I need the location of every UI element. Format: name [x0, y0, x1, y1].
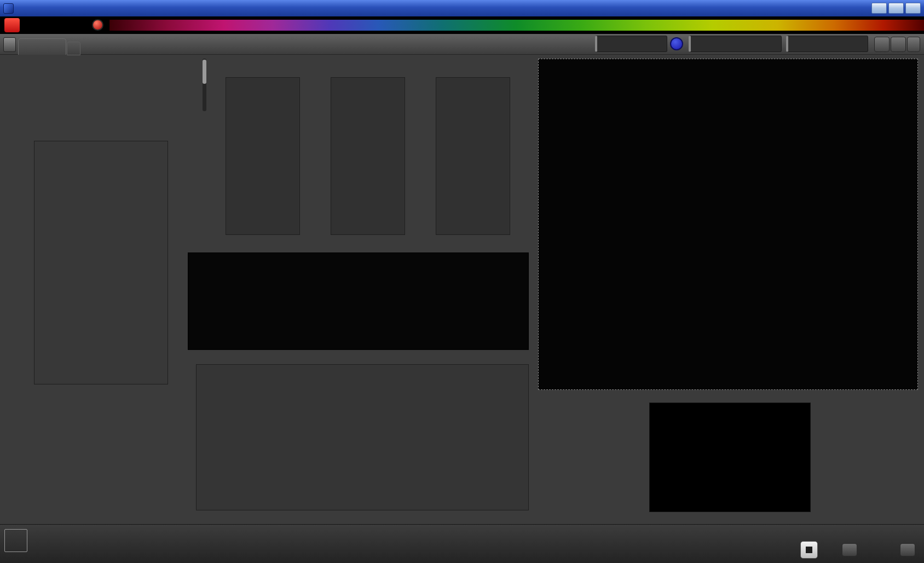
target-row-label	[190, 300, 198, 332]
delta-c-chart	[312, 68, 406, 255]
actual-row-label	[190, 257, 198, 289]
logo-menu-button[interactable]	[92, 19, 103, 31]
display-control-dropdown[interactable]	[786, 36, 868, 52]
actual-target-swatch-panel	[188, 252, 529, 350]
vertical-scrollbar[interactable]	[203, 59, 206, 111]
restore-button[interactable]	[888, 3, 904, 14]
title-bar	[0, 0, 924, 16]
workspace	[0, 54, 924, 524]
close-button[interactable]	[905, 3, 921, 14]
patch-swatch-strip	[0, 525, 924, 563]
tab-history-1[interactable]	[18, 38, 66, 55]
delta-l-chart	[207, 68, 301, 255]
next-arrow-button[interactable]	[900, 543, 915, 556]
navigation-row	[800, 541, 915, 559]
help-button[interactable]	[891, 37, 906, 52]
rgb-balance-chart	[11, 116, 175, 400]
app-icon	[3, 3, 14, 14]
collapse-panel-button[interactable]	[907, 37, 920, 52]
back-arrow-button[interactable]	[842, 543, 857, 556]
delta-e-x-labels	[196, 513, 529, 522]
delta-c-plot	[331, 77, 405, 235]
minimize-button[interactable]	[871, 3, 887, 14]
meter-status-badge	[670, 37, 683, 50]
rainbow-gradient-bar	[109, 20, 924, 31]
delta-h-chart	[417, 68, 511, 255]
settings-button[interactable]	[874, 37, 890, 52]
video-preview-window	[649, 403, 811, 512]
delta-h-plot	[436, 77, 510, 235]
panel-toggle-button[interactable]	[3, 37, 16, 52]
brand-bar	[0, 16, 924, 34]
meter-dropdown[interactable]	[595, 36, 667, 52]
stop-icon	[806, 547, 812, 553]
cie-1931-panel	[538, 59, 918, 390]
bottom-bar	[0, 524, 924, 563]
add-tab-button[interactable]	[67, 42, 80, 55]
source-dropdown[interactable]	[689, 36, 782, 52]
calman-window	[0, 0, 924, 563]
calman-logo	[4, 18, 20, 32]
delta-l-plot	[226, 77, 300, 235]
scrollbar-thumb[interactable]	[203, 60, 206, 84]
toolbar	[0, 34, 924, 55]
delta-e-plot	[196, 364, 529, 510]
stop-pattern-button[interactable]	[800, 541, 818, 559]
rgb-balance-plot	[34, 141, 168, 384]
